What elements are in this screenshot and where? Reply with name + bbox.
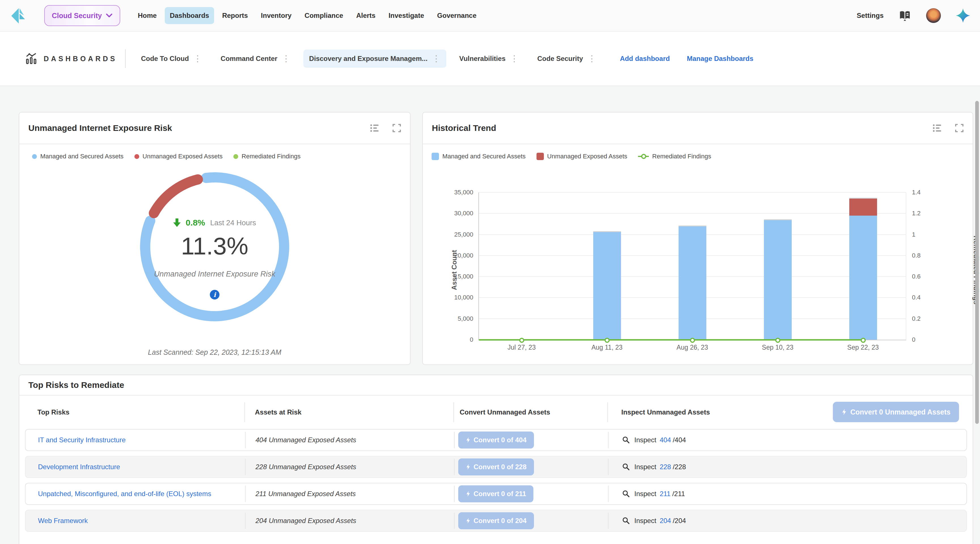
tab-code-to-cloud[interactable]: Code To Cloud ⋮ (135, 49, 208, 68)
left-axis-label: Asset Count (450, 250, 458, 290)
inspect-count-link[interactable]: 204 (660, 517, 671, 525)
tab-menu-icon[interactable]: ⋮ (432, 55, 441, 62)
risk-link[interactable]: Unpatched, Misconfigured, and end-of-lif… (38, 490, 211, 498)
tab-vulnerabilities[interactable]: Vulnerabilities ⋮ (454, 49, 524, 68)
bar-segment[interactable] (679, 225, 706, 340)
bar-segment[interactable] (764, 219, 792, 340)
card-header: Unmanaged Internet Exposure Risk (19, 113, 410, 144)
magnifier-icon (622, 490, 630, 498)
risk-link[interactable]: Web Framework (38, 517, 88, 525)
inspect-count-link[interactable]: 211 (660, 490, 670, 498)
info-icon[interactable]: i (210, 290, 220, 300)
expand-icon[interactable] (955, 123, 964, 133)
top-risks-card: Top Risks to Remediate Top Risks Assets … (19, 374, 973, 544)
y-axis-tick-right: 1.2 (912, 209, 946, 217)
nav-item-investigate[interactable]: Investigate (383, 7, 429, 24)
y-axis-tick-right: 0 (912, 336, 946, 344)
nav-item-governance[interactable]: Governance (432, 7, 482, 24)
copilot-sparkle-icon[interactable] (956, 8, 970, 23)
tab-code-security[interactable]: Code Security ⋮ (532, 49, 602, 68)
convert-button[interactable]: Convert 0 of 404 (458, 431, 534, 449)
table-row: Development Infrastructure 228 Unmanaged… (25, 456, 967, 478)
assets-at-risk-text: 211 Unmanaged Exposed Assets (256, 490, 356, 498)
nav-item-reports[interactable]: Reports (217, 7, 253, 24)
nav-item-compliance[interactable]: Compliance (299, 7, 348, 24)
y-axis-tick-right: 1.4 (912, 189, 946, 197)
y-axis-tick-left: 10,000 (428, 293, 473, 301)
inspect-count-link[interactable]: 228 (660, 463, 671, 471)
line-marker[interactable] (690, 338, 695, 343)
y-axis-tick-right: 1 (912, 231, 946, 239)
nav-item-home[interactable]: Home (133, 7, 162, 24)
trend-plot: 05,00010,00015,00020,00025,00030,00035,0… (478, 192, 906, 340)
y-axis-tick-right: 0.4 (912, 293, 946, 301)
convert-button[interactable]: Convert 0 of 211 (458, 485, 533, 502)
table-row: IT and Security Infrastructure 404 Unman… (25, 429, 967, 451)
expand-icon[interactable] (392, 123, 401, 133)
historical-trend-card: Historical Trend Managed and Secured Ass… (422, 112, 973, 365)
card-header: Top Risks to Remediate (19, 375, 973, 395)
exposure-risk-value: 11.3% (181, 232, 248, 260)
legend-item: Remediated Findings (233, 153, 301, 160)
tab-menu-icon[interactable]: ⋮ (282, 55, 290, 62)
exposure-legend: Managed and Secured Assets Unmanaged Exp… (32, 153, 410, 160)
bar-segment[interactable] (593, 231, 621, 340)
x-axis-label: Aug 11, 23 (592, 344, 623, 351)
divider (125, 49, 126, 68)
legend-list-icon[interactable] (370, 124, 380, 133)
line-marker[interactable] (775, 338, 780, 343)
dashboards-chart-icon (25, 52, 38, 65)
convert-button[interactable]: Convert 0 of 228 (458, 458, 534, 476)
product-switcher[interactable]: Cloud Security (44, 5, 120, 26)
legend-list-icon[interactable] (932, 124, 943, 133)
nav-item-dashboards[interactable]: Dashboards (165, 7, 215, 24)
card-header: Historical Trend (423, 113, 973, 144)
assets-at-risk-text: 404 Unmanaged Exposed Assets (256, 436, 356, 444)
docs-book-icon[interactable] (898, 9, 912, 22)
user-avatar[interactable] (926, 8, 941, 23)
risk-link[interactable]: Development Infrastructure (38, 463, 120, 471)
line-marker[interactable] (861, 338, 866, 343)
gridline (479, 192, 906, 193)
delta-value: 0.8% (186, 218, 205, 227)
line-marker[interactable] (605, 338, 610, 343)
legend-swatch-remediated (233, 154, 238, 159)
tab-menu-icon[interactable]: ⋮ (193, 55, 202, 62)
inspect-count-link[interactable]: 404 (660, 436, 671, 444)
brand-logo-icon[interactable] (10, 7, 27, 24)
page-scrollbar[interactable] (975, 101, 979, 424)
y-axis-tick-right: 0.6 (912, 273, 946, 281)
settings-link[interactable]: Settings (857, 12, 884, 19)
tab-menu-icon[interactable]: ⋮ (587, 55, 596, 62)
table-row: Web Framework 204 Unmanaged Exposed Asse… (25, 510, 967, 532)
remediated-findings-line (479, 339, 863, 341)
last-scanned-text: Last Scanned: Sep 22, 2023, 12:15:13 AM (19, 348, 410, 357)
col-header-convert: Convert Unmanaged Assets (453, 402, 608, 422)
y-axis-tick-right: 0.8 (912, 252, 946, 260)
nav-item-alerts[interactable]: Alerts (351, 7, 380, 24)
line-marker[interactable] (519, 338, 524, 343)
delta-period: Last 24 Hours (210, 219, 256, 227)
bolt-icon (466, 437, 471, 443)
top-nav: Cloud Security Home Dashboards Reports I… (0, 0, 980, 32)
bulk-convert-button[interactable]: Convert 0 Unmanaged Assets (833, 402, 959, 422)
donut-center-stats: 0.8% Last 24 Hours 11.3% Unmanaged Inter… (115, 218, 314, 300)
y-axis-tick-left: 0 (428, 336, 473, 344)
tab-discovery-and-exposure-management[interactable]: Discovery and Exposure Managem... ⋮ (304, 49, 446, 68)
bar-segment[interactable] (849, 216, 877, 340)
legend-swatch-unmanaged (536, 153, 544, 160)
risk-link[interactable]: IT and Security Infrastructure (38, 436, 126, 444)
dashboards-label-group: DASHBOARDS (25, 52, 117, 65)
tab-command-center[interactable]: Command Center ⋮ (215, 49, 296, 68)
exposure-risk-caption: Unmanaged Internet Exposure Risk (154, 270, 275, 279)
manage-dashboards-link[interactable]: Manage Dashboards (687, 55, 753, 63)
magnifier-icon (622, 463, 630, 471)
assets-at-risk-text: 204 Unmanaged Exposed Assets (256, 517, 356, 525)
bar-segment[interactable] (849, 198, 877, 215)
tab-menu-icon[interactable]: ⋮ (510, 55, 519, 62)
add-dashboard-link[interactable]: Add dashboard (620, 55, 670, 63)
convert-button[interactable]: Convert 0 of 204 (458, 512, 534, 529)
nav-item-inventory[interactable]: Inventory (256, 7, 297, 24)
donut-unmanaged-arc (154, 179, 198, 213)
legend-swatch-managed (431, 153, 439, 160)
